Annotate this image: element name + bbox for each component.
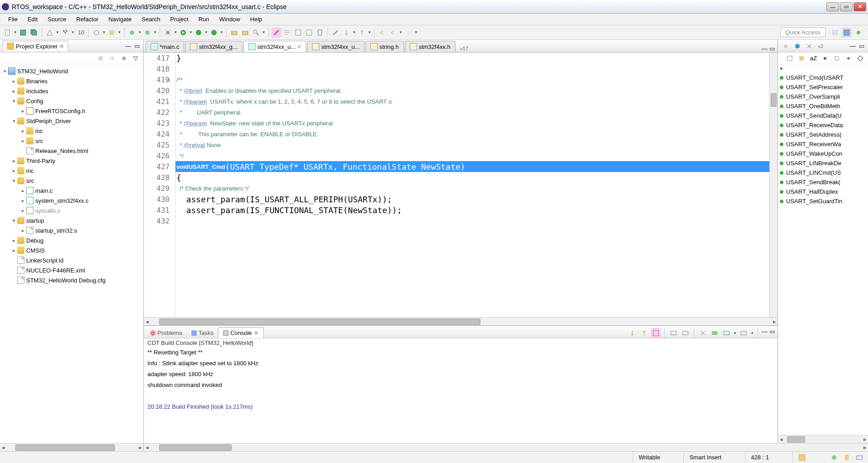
- editor-tab[interactable]: stm32f4xx_u...: [307, 41, 365, 52]
- open-perspective-button[interactable]: [830, 28, 840, 38]
- line-number[interactable]: 429: [144, 183, 175, 194]
- next-annotation-dropdown[interactable]: ▼: [352, 28, 356, 38]
- tab-problems[interactable]: Problems: [146, 328, 187, 338]
- menu-window[interactable]: Window: [215, 14, 245, 24]
- build-button[interactable]: [45, 28, 55, 38]
- new-folder-dropdown[interactable]: ▼: [153, 28, 157, 38]
- tree-item[interactable]: ▸Third-Party: [0, 156, 143, 166]
- tree-item[interactable]: LinkerScript.ld: [0, 255, 143, 265]
- minimize-console-button[interactable]: ―: [762, 328, 768, 338]
- tree-twisty[interactable]: ▸: [11, 248, 17, 253]
- outline-item[interactable]: USART_ReceiveData: [778, 120, 868, 130]
- tree-item[interactable]: ▸src: [0, 136, 143, 146]
- code-line[interactable]: * @brief Enables or disables the specifi…: [175, 85, 769, 96]
- menu-source[interactable]: Source: [43, 14, 71, 24]
- code-line[interactable]: /* Check the parameters */: [175, 183, 769, 194]
- clear-console-button[interactable]: [698, 328, 708, 338]
- new-class-dropdown[interactable]: ▼: [138, 28, 142, 38]
- outline-item[interactable]: USART_Cmd(USART: [778, 73, 868, 82]
- new-class-button[interactable]: [127, 28, 137, 38]
- target-button[interactable]: [91, 28, 101, 38]
- outline-az[interactable]: aZ: [808, 53, 818, 63]
- menu-edit[interactable]: Edit: [23, 14, 42, 24]
- line-number[interactable]: 430: [144, 194, 175, 205]
- binary-button[interactable]: 101: [76, 28, 85, 38]
- forward-dropdown[interactable]: ▼: [414, 28, 418, 38]
- vertical-scroll-thumb[interactable]: [771, 93, 777, 107]
- minimize-button[interactable]: ―: [826, 2, 839, 11]
- tab-console[interactable]: Console ✕: [218, 327, 264, 338]
- tree-twisty[interactable]: ▸: [20, 228, 26, 234]
- outline-sort-button[interactable]: [781, 41, 791, 51]
- open-type-button[interactable]: [229, 28, 239, 38]
- run-button[interactable]: [178, 28, 188, 38]
- tree-twisty[interactable]: ▸: [20, 108, 26, 114]
- editor-tab[interactable]: string.h: [365, 41, 404, 52]
- maximize-outline-button[interactable]: ▭: [858, 43, 865, 50]
- tree-item[interactable]: ▾startup: [0, 215, 143, 225]
- menu-project[interactable]: Project: [166, 14, 193, 24]
- outline-item[interactable]: USART_LINBreakDe: [778, 158, 868, 168]
- c-perspective-button[interactable]: [842, 28, 852, 38]
- outline-tool6[interactable]: [855, 53, 865, 63]
- save-button[interactable]: [18, 28, 28, 38]
- close-icon[interactable]: ✕: [59, 43, 64, 50]
- tree-twisty[interactable]: ▸: [11, 238, 17, 243]
- select-console-button[interactable]: [739, 328, 749, 338]
- show-whitespace-button[interactable]: [293, 28, 303, 38]
- line-number[interactable]: 428: [144, 172, 175, 183]
- menu-file[interactable]: File: [4, 14, 22, 24]
- line-number[interactable]: 419: [144, 74, 175, 85]
- outline-item[interactable]: USART_OverSampli: [778, 92, 868, 101]
- outline-expand[interactable]: ▾: [780, 65, 783, 72]
- console-hscroll[interactable]: ◂▸: [144, 444, 868, 451]
- new-dropdown[interactable]: ▼: [14, 28, 17, 38]
- code-line[interactable]: * @retval None: [175, 139, 769, 150]
- maximize-view-button[interactable]: ▭: [133, 43, 141, 50]
- hammer-dropdown[interactable]: ▼: [71, 28, 75, 38]
- code-line[interactable]: }: [175, 53, 769, 63]
- minimize-editor-button[interactable]: ―: [762, 45, 768, 52]
- tree-item[interactable]: ▾StdPeriph_Driver: [0, 116, 143, 126]
- tree-item[interactable]: ▸main.c: [0, 186, 143, 196]
- menu-refactor[interactable]: Refactor: [72, 14, 103, 24]
- code-editor[interactable]: 4174184194204214224234244254264274284294…: [144, 53, 778, 317]
- menu-run[interactable]: Run: [194, 14, 214, 24]
- code-line[interactable]: * This parameter can be: ENABLE or DISAB…: [175, 129, 769, 139]
- line-number[interactable]: 421: [144, 96, 175, 107]
- outline-list[interactable]: USART_Cmd(USARTUSART_SetPrescalerUSART_O…: [778, 73, 868, 435]
- tree-item[interactable]: ▸syscalls.c: [0, 205, 143, 215]
- outline-hscroll-thumb[interactable]: [787, 436, 805, 443]
- outline-tool4[interactable]: [832, 53, 842, 63]
- line-number[interactable]: 423: [144, 118, 175, 129]
- status-updates-icon[interactable]: [829, 453, 839, 463]
- code-line[interactable]: * UART peripheral.: [175, 107, 769, 118]
- outline-item[interactable]: USART_WakeUpCon: [778, 149, 868, 158]
- outline-item[interactable]: USART_OneBitMeth: [778, 101, 868, 111]
- hammer-button[interactable]: [60, 28, 70, 38]
- coverage-button[interactable]: [194, 28, 204, 38]
- line-number[interactable]: 432: [144, 215, 175, 226]
- tree-twisty[interactable]: ▾: [11, 218, 17, 224]
- outline-item[interactable]: USART_SendData(U: [778, 111, 868, 120]
- profile-button[interactable]: [209, 28, 219, 38]
- tree-item[interactable]: ▸CMSIS: [0, 245, 143, 255]
- coverage-dropdown[interactable]: ▼: [204, 28, 208, 38]
- tree-twisty[interactable]: ▾: [11, 98, 17, 104]
- select-console-dropdown[interactable]: ▼: [750, 328, 754, 338]
- tree-item[interactable]: ▸Includes: [0, 86, 143, 96]
- outline-filter-button[interactable]: [792, 41, 802, 51]
- forward-button[interactable]: [403, 28, 413, 38]
- tree-twisty[interactable]: ▸: [20, 128, 26, 134]
- new-console-dropdown[interactable]: ▼: [733, 328, 737, 338]
- code-line[interactable]: /**: [175, 74, 769, 85]
- quick-access-input[interactable]: Quick Access: [780, 28, 825, 37]
- code-line[interactable]: assert_param(IS_FUNCTIONAL_STATE(NewStat…: [175, 205, 769, 215]
- tree-item[interactable]: ▸system_stm32f4xx.c: [0, 196, 143, 205]
- menu-search[interactable]: Search: [137, 14, 165, 24]
- outline-close-button[interactable]: [804, 41, 814, 51]
- tree-twisty[interactable]: ▾: [11, 118, 17, 124]
- vertical-scrollbar[interactable]: [769, 53, 778, 317]
- debug-button[interactable]: [163, 28, 173, 38]
- code-line[interactable]: * @param NewState: new state of the USAR…: [175, 118, 769, 129]
